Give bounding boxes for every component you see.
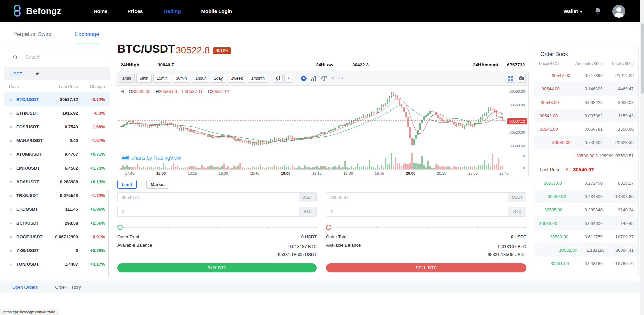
- favorite-star-icon[interactable]: ★: [9, 138, 16, 143]
- favorite-star-icon[interactable]: ★: [9, 124, 16, 129]
- bid-row[interactable]: 30532.001.18218336094.41: [534, 243, 638, 257]
- sell-btc-button[interactable]: SELL BTC: [326, 263, 526, 272]
- bid-row[interactable]: 30536.000.48480014803.85: [534, 190, 638, 203]
- undo-icon[interactable]: ↶: [330, 75, 337, 81]
- sidebar-scrollbar[interactable]: [108, 190, 109, 277]
- brand[interactable]: Befongz: [13, 4, 61, 18]
- slider-dot-25[interactable]: [167, 226, 169, 228]
- add-compare-icon[interactable]: ⊞: [120, 89, 124, 94]
- ask-row[interactable]: 30539.000.74080222623.35: [534, 136, 638, 149]
- timeframe-1min[interactable]: 1min: [119, 74, 135, 83]
- favorite-star-icon[interactable]: ★: [9, 152, 16, 157]
- pair-row-ltc-usdt[interactable]: ★LTC/USDT111.46+5.86%: [4, 202, 110, 216]
- pair-row-yxb-usdt[interactable]: ★YXB/USDT0+0.28%: [4, 244, 110, 257]
- pair-row-btc-usdt[interactable]: ★BTC/USDT30537.12-0.12%: [4, 92, 110, 106]
- favorite-star-icon[interactable]: ★: [9, 220, 16, 226]
- ask-row[interactable]: 30543.000.0982253000.08: [534, 96, 638, 109]
- candle-style-button[interactable]: [274, 74, 283, 83]
- pair-row-ton-usdt[interactable]: ★TON/USDT1.4407+3.17%: [4, 257, 110, 271]
- sell-amount-input[interactable]: [326, 207, 526, 216]
- pair-row-atom-usdt[interactable]: ★ATOM/USDT9.4767+0.71%: [4, 147, 110, 161]
- buy-amount-input[interactable]: [118, 207, 316, 216]
- favorite-star-icon[interactable]: ★: [9, 262, 16, 267]
- nav-item-home[interactable]: Home: [94, 8, 123, 14]
- bid-row[interactable]: 30537.000.2724008318.27: [534, 176, 638, 190]
- timeframe-30min[interactable]: 30min: [173, 74, 191, 83]
- timeframe-1week[interactable]: 1week: [228, 74, 246, 83]
- notification-bell-icon[interactable]: [594, 7, 601, 16]
- slider-handle[interactable]: [326, 225, 331, 230]
- nav-item-trading[interactable]: Trading: [163, 8, 196, 14]
- snapshot-camera-icon[interactable]: [517, 74, 526, 83]
- favorite-star-icon[interactable]: ★: [9, 111, 16, 116]
- order-amount: 1.182183: [587, 248, 605, 253]
- nav-item-prices[interactable]: Prices: [127, 8, 158, 14]
- chart-panel: 1min5min15min30min1hour1day1week1month ▼…: [116, 71, 529, 177]
- page-scrollbar-thumb[interactable]: [641, 23, 644, 94]
- search-icon[interactable]: [9, 51, 22, 63]
- timeframe-15min[interactable]: 15min: [153, 74, 171, 83]
- bid-row[interactable]: 30535.000.2993409140.34: [534, 203, 638, 216]
- pair-row-trx-usdt[interactable]: ★TRX/USDT0.075548-1.72%: [4, 189, 110, 202]
- slider-dot-100[interactable]: [315, 226, 317, 228]
- favorite-star-icon[interactable]: ★: [9, 234, 16, 239]
- ask-row[interactable]: 30541.000.0507811550.90: [534, 122, 638, 136]
- ask-row[interactable]: 30538.003.19596997598.51: [534, 149, 638, 163]
- page-scrollbar[interactable]: [640, 0, 644, 315]
- ask-row[interactable]: 30544.000.1463294469.47: [534, 82, 638, 96]
- pair-row-eos-usdt[interactable]: ★EOS/USDT0.7543-1.68%: [4, 120, 110, 134]
- order-amount: 0.484800: [577, 194, 603, 199]
- fullscreen-icon[interactable]: [506, 74, 515, 83]
- slider-dot-100[interactable]: [524, 226, 526, 228]
- tab-order-history[interactable]: Order History: [55, 285, 81, 290]
- timeframe-5min[interactable]: 5min: [136, 74, 152, 83]
- ask-row[interactable]: 30547.000.71739621914.29: [534, 69, 638, 82]
- pair-row-link-usdt[interactable]: ★LINK/USDT6.4502+1.73%: [4, 161, 110, 175]
- pair-row-doge-usdt[interactable]: ★DOGE/USDT0.06712900-0.91%: [4, 230, 110, 244]
- pair-name: ETH/USDT: [16, 111, 49, 116]
- indicators-icon[interactable]: [310, 74, 318, 83]
- tab-perpetual-swap[interactable]: Perpetual Swap: [13, 25, 51, 43]
- market-order-button[interactable]: Market: [146, 180, 169, 189]
- slider-dot-75[interactable]: [476, 226, 478, 228]
- pair-name: ATOM/USDT: [16, 152, 49, 157]
- slider-dot-75[interactable]: [267, 226, 269, 228]
- candle-style-dropdown[interactable]: ▼: [284, 74, 293, 83]
- pair-row-ada-usdt[interactable]: ★ADA/USDT0.288988+0.13%: [4, 175, 110, 189]
- wallet-menu[interactable]: Wallet▼: [563, 8, 583, 14]
- chart-settings-gear-icon[interactable]: [299, 74, 308, 83]
- pair-row-eth-usdt[interactable]: ★ETH/USDT1916.92-0.3%: [4, 106, 110, 120]
- favorite-star-icon[interactable]: ★: [9, 179, 16, 184]
- favorite-star-icon[interactable]: ★: [9, 193, 16, 198]
- tab-exchange[interactable]: Exchange: [75, 25, 99, 43]
- user-avatar[interactable]: [612, 5, 625, 18]
- bid-row[interactable]: 30531.000.64818619789.76: [534, 257, 638, 270]
- bid-row[interactable]: 30534.000.004600140.45: [534, 216, 638, 230]
- redo-icon[interactable]: ↷: [338, 75, 344, 81]
- compare-scales-icon[interactable]: [320, 74, 329, 83]
- timeframe-1month[interactable]: 1month: [248, 74, 268, 83]
- buy-btc-button[interactable]: BUY BTC: [117, 263, 317, 272]
- nav-item-mobile-login[interactable]: Mobile Login: [201, 8, 247, 14]
- bid-row[interactable]: 30533.000.61275918709.37: [534, 230, 638, 243]
- quote-tab-usdt[interactable]: USDT: [10, 71, 22, 76]
- favorites-star-icon[interactable]: ★: [35, 71, 39, 76]
- slider-handle[interactable]: [117, 225, 123, 230]
- ask-row[interactable]: 30542.000.0379621159.43: [534, 109, 638, 122]
- tab-open-orders[interactable]: Open Orders: [12, 285, 38, 290]
- pair-row-mana-usdt[interactable]: ★MANA/USDT0.40-1.57%: [4, 134, 110, 147]
- favorite-star-icon[interactable]: ★: [9, 248, 16, 253]
- timeframe-1day[interactable]: 1day: [211, 74, 226, 83]
- buy-price-input[interactable]: [118, 193, 316, 202]
- slider-dot-50[interactable]: [426, 226, 428, 228]
- slider-dot-50[interactable]: [217, 226, 219, 228]
- sell-price-input[interactable]: [326, 193, 526, 202]
- favorite-star-icon[interactable]: ★: [9, 207, 16, 212]
- favorite-star-icon[interactable]: ★: [9, 166, 16, 171]
- slider-dot-25[interactable]: [376, 226, 378, 228]
- search-input[interactable]: [22, 54, 105, 60]
- timeframe-1hour[interactable]: 1hour: [192, 74, 209, 83]
- favorite-star-icon[interactable]: ★: [9, 97, 16, 102]
- pair-row-bch-usdt[interactable]: ★BCH/USDT298.58+2.56%: [4, 216, 110, 230]
- limit-order-button[interactable]: Limit: [117, 180, 137, 189]
